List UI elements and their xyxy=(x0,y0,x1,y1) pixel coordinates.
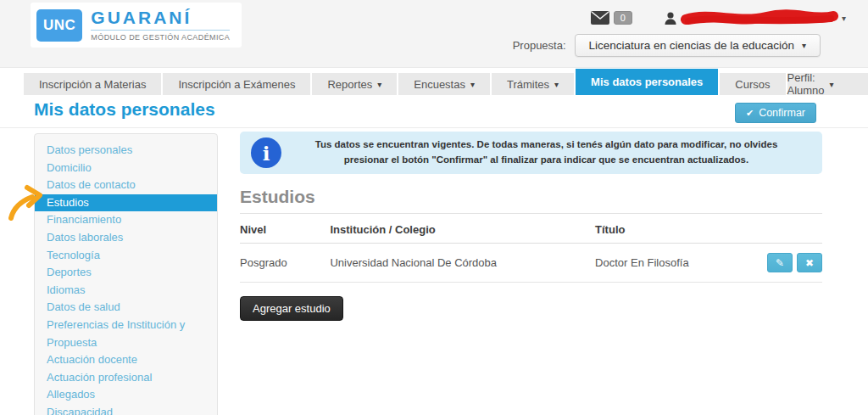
propuesta-dropdown[interactable]: Licenciatura en ciencias de la educación… xyxy=(575,34,821,57)
app-logo: UNC GUARANÍ MÓDULO DE GESTIÓN ACADÉMICA xyxy=(31,3,242,48)
sidebar-item-datos-personales[interactable]: Datos personales xyxy=(35,142,217,160)
main-content: i Tus datos se encuentran vigentes. De t… xyxy=(240,132,822,321)
info-alert: i Tus datos se encuentran vigentes. De t… xyxy=(240,132,822,174)
chevron-down-icon: ▾ xyxy=(554,80,559,89)
info-alert-text: Tus datos se encuentran vigentes. De tod… xyxy=(281,137,811,168)
sidebar-item-deportes[interactable]: Deportes xyxy=(35,264,217,282)
cell-institucion: Universidad Nacional De Córdoba xyxy=(330,244,595,283)
sidebar-item-idiomas[interactable]: Idiomas xyxy=(35,282,217,300)
pencil-icon: ✎ xyxy=(776,257,784,269)
mail-icon[interactable] xyxy=(591,11,609,25)
estudios-table: Nivel Institución / Colegio Título Posgr… xyxy=(240,214,822,283)
nav-reportes[interactable]: Reportes▾ xyxy=(312,73,397,95)
sidebar-item-allegados[interactable]: Allegados xyxy=(35,386,217,404)
table-row: Posgrado Universidad Nacional De Córdoba… xyxy=(240,244,822,283)
sidebar-item-preferencias[interactable]: Preferencias de Institución y Propuesta xyxy=(35,317,217,351)
chevron-down-icon: ▾ xyxy=(842,14,846,23)
column-header-actions xyxy=(761,214,822,244)
section-heading-estudios: Estudios xyxy=(240,187,822,214)
edit-button[interactable]: ✎ xyxy=(767,253,793,272)
chevron-down-icon: ▾ xyxy=(802,41,806,50)
delete-button[interactable]: ✖ xyxy=(797,253,822,272)
column-header-institucion: Institución / Colegio xyxy=(330,214,595,244)
propuesta-value: Licenciatura en ciencias de la educación xyxy=(589,39,794,52)
cell-nivel: Posgrado xyxy=(240,244,330,283)
sidebar: Datos personales Domicilio Datos de cont… xyxy=(34,133,218,415)
sidebar-item-datos-de-salud[interactable]: Datos de salud xyxy=(35,299,217,317)
confirmar-button[interactable]: ✔ Confirmar xyxy=(735,103,816,123)
cell-titulo: Doctor En Filosofía xyxy=(595,244,761,283)
user-icon xyxy=(665,12,676,25)
propuesta-label: Propuesta: xyxy=(513,39,566,52)
nav-inscripcion-examenes[interactable]: Inscripción a Exámenes xyxy=(163,73,310,95)
sidebar-item-domicilio[interactable]: Domicilio xyxy=(35,160,217,177)
main-nav: Inscripción a Materias Inscripción a Exá… xyxy=(24,69,844,95)
nav-mis-datos-personales[interactable]: Mis datos personales xyxy=(576,69,718,95)
chevron-down-icon: ▾ xyxy=(830,80,834,89)
sidebar-item-tecnologia[interactable]: Tecnología xyxy=(35,247,217,265)
header: UNC GUARANÍ MÓDULO DE GESTIÓN ACADÉMICA … xyxy=(0,0,868,68)
sidebar-item-datos-de-contacto[interactable]: Datos de contacto xyxy=(35,177,217,194)
sidebar-item-discapacidad[interactable]: Discapacidad xyxy=(35,404,217,415)
profile-dropdown[interactable]: Perfil: Alumno ▾ xyxy=(787,73,868,95)
sidebar-item-financiamiento[interactable]: Financiamiento xyxy=(35,211,217,229)
chevron-down-icon: ▾ xyxy=(470,80,475,89)
column-header-nivel: Nivel xyxy=(240,214,330,244)
sidebar-item-estudios[interactable]: Estudios xyxy=(35,194,217,212)
nav-cursos[interactable]: Cursos xyxy=(720,73,785,95)
sidebar-item-datos-laborales[interactable]: Datos laborales xyxy=(35,229,217,247)
user-menu[interactable]: ▾ xyxy=(665,9,846,26)
nav-inscripcion-materias[interactable]: Inscripción a Materias xyxy=(24,73,161,95)
annotation-arrow xyxy=(4,182,50,224)
info-icon: i xyxy=(251,137,281,168)
column-header-titulo: Título xyxy=(595,214,761,244)
app-title: GUARANÍ xyxy=(91,8,230,31)
x-icon: ✖ xyxy=(805,257,814,269)
unc-logo-badge: UNC xyxy=(36,9,82,42)
sidebar-item-actuacion-profesional[interactable]: Actuación profesional xyxy=(35,369,217,387)
sidebar-item-actuacion-docente[interactable]: Actuación docente xyxy=(35,351,217,369)
chevron-down-icon: ▾ xyxy=(377,80,381,89)
redaction-scribble xyxy=(680,9,839,26)
checkmark-icon: ✔ xyxy=(746,108,754,119)
divider xyxy=(0,127,868,128)
app-subtitle: MÓDULO DE GESTIÓN ACADÉMICA xyxy=(91,33,230,42)
nav-tramites[interactable]: Trámites▾ xyxy=(492,73,574,95)
page-title: Mis datos personales xyxy=(34,99,215,120)
messages-count-badge[interactable]: 0 xyxy=(614,11,632,25)
agregar-estudio-button[interactable]: Agregar estudio xyxy=(240,296,343,321)
nav-encuestas[interactable]: Encuestas▾ xyxy=(398,73,490,95)
